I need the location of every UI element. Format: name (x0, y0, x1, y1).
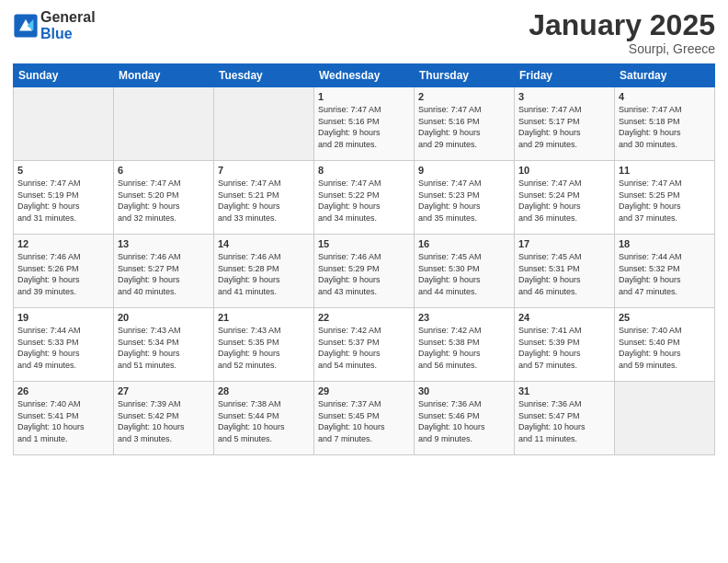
day-number: 14 (218, 238, 310, 249)
day-number: 5 (17, 165, 109, 176)
day-number: 6 (118, 165, 210, 176)
day-info: Sunrise: 7:40 AM Sunset: 5:41 PM Dayligh… (17, 398, 109, 444)
day-number: 27 (118, 385, 210, 396)
calendar-cell-w1-d3 (214, 87, 314, 161)
day-number: 31 (518, 385, 610, 396)
calendar-cell-w4-d6: 24Sunrise: 7:41 AM Sunset: 5:39 PM Dayli… (515, 308, 615, 382)
calendar-cell-w3-d1: 12Sunrise: 7:46 AM Sunset: 5:26 PM Dayli… (14, 235, 114, 308)
calendar-cell-w4-d1: 19Sunrise: 7:44 AM Sunset: 5:33 PM Dayli… (14, 308, 114, 382)
day-info: Sunrise: 7:37 AM Sunset: 5:45 PM Dayligh… (318, 398, 410, 444)
calendar-cell-w5-d2: 27Sunrise: 7:39 AM Sunset: 5:42 PM Dayli… (114, 382, 214, 455)
col-wednesday: Wednesday (314, 64, 415, 87)
page-container: General Blue January 2025 Sourpi, Greece… (0, 0, 728, 563)
day-info: Sunrise: 7:42 AM Sunset: 5:38 PM Dayligh… (418, 325, 510, 371)
day-number: 26 (17, 385, 109, 396)
col-tuesday: Tuesday (214, 64, 314, 87)
calendar-cell-w1-d5: 2Sunrise: 7:47 AM Sunset: 5:16 PM Daylig… (415, 87, 515, 161)
calendar-cell-w3-d7: 18Sunrise: 7:44 AM Sunset: 5:32 PM Dayli… (615, 235, 715, 308)
calendar-cell-w2-d5: 9Sunrise: 7:47 AM Sunset: 5:23 PM Daylig… (415, 161, 515, 235)
logo-general-text: General (40, 9, 96, 26)
day-info: Sunrise: 7:47 AM Sunset: 5:16 PM Dayligh… (318, 104, 410, 150)
day-number: 15 (318, 238, 410, 249)
day-info: Sunrise: 7:40 AM Sunset: 5:40 PM Dayligh… (619, 325, 711, 371)
logo: General Blue (13, 9, 96, 42)
page-header: General Blue January 2025 Sourpi, Greece (13, 9, 715, 56)
month-title: January 2025 (529, 9, 715, 41)
calendar-table: Sunday Monday Tuesday Wednesday Thursday… (13, 63, 715, 455)
calendar-week-4: 19Sunrise: 7:44 AM Sunset: 5:33 PM Dayli… (14, 308, 715, 382)
calendar-week-2: 5Sunrise: 7:47 AM Sunset: 5:19 PM Daylig… (14, 161, 715, 235)
calendar-cell-w5-d6: 31Sunrise: 7:36 AM Sunset: 5:47 PM Dayli… (515, 382, 615, 455)
day-info: Sunrise: 7:42 AM Sunset: 5:37 PM Dayligh… (318, 325, 410, 371)
calendar-header-row: Sunday Monday Tuesday Wednesday Thursday… (14, 64, 715, 87)
col-friday: Friday (515, 64, 615, 87)
day-info: Sunrise: 7:47 AM Sunset: 5:20 PM Dayligh… (118, 178, 210, 224)
calendar-cell-w5-d5: 30Sunrise: 7:36 AM Sunset: 5:46 PM Dayli… (415, 382, 515, 455)
calendar-cell-w4-d7: 25Sunrise: 7:40 AM Sunset: 5:40 PM Dayli… (615, 308, 715, 382)
day-number: 29 (318, 385, 410, 396)
day-info: Sunrise: 7:47 AM Sunset: 5:16 PM Dayligh… (418, 104, 510, 150)
day-info: Sunrise: 7:39 AM Sunset: 5:42 PM Dayligh… (118, 398, 210, 444)
day-number: 28 (218, 385, 310, 396)
calendar-cell-w2-d1: 5Sunrise: 7:47 AM Sunset: 5:19 PM Daylig… (14, 161, 114, 235)
day-info: Sunrise: 7:38 AM Sunset: 5:44 PM Dayligh… (218, 398, 310, 444)
calendar-cell-w1-d2 (114, 87, 214, 161)
calendar-cell-w4-d5: 23Sunrise: 7:42 AM Sunset: 5:38 PM Dayli… (415, 308, 515, 382)
day-info: Sunrise: 7:47 AM Sunset: 5:22 PM Dayligh… (318, 178, 410, 224)
title-block: January 2025 Sourpi, Greece (529, 9, 715, 56)
day-number: 30 (418, 385, 510, 396)
calendar-cell-w2-d7: 11Sunrise: 7:47 AM Sunset: 5:25 PM Dayli… (615, 161, 715, 235)
calendar-cell-w2-d6: 10Sunrise: 7:47 AM Sunset: 5:24 PM Dayli… (515, 161, 615, 235)
day-info: Sunrise: 7:47 AM Sunset: 5:17 PM Dayligh… (518, 104, 610, 150)
day-info: Sunrise: 7:45 AM Sunset: 5:30 PM Dayligh… (418, 251, 510, 297)
day-info: Sunrise: 7:47 AM Sunset: 5:21 PM Dayligh… (218, 178, 310, 224)
day-info: Sunrise: 7:36 AM Sunset: 5:47 PM Dayligh… (518, 398, 610, 444)
calendar-cell-w5-d1: 26Sunrise: 7:40 AM Sunset: 5:41 PM Dayli… (14, 382, 114, 455)
location-subtitle: Sourpi, Greece (529, 41, 715, 56)
day-number: 2 (418, 91, 510, 102)
day-info: Sunrise: 7:43 AM Sunset: 5:34 PM Dayligh… (118, 325, 210, 371)
day-number: 23 (418, 312, 510, 323)
col-saturday: Saturday (615, 64, 715, 87)
calendar-cell-w4-d4: 22Sunrise: 7:42 AM Sunset: 5:37 PM Dayli… (314, 308, 415, 382)
calendar-cell-w2-d2: 6Sunrise: 7:47 AM Sunset: 5:20 PM Daylig… (114, 161, 214, 235)
col-monday: Monday (114, 64, 214, 87)
day-number: 21 (218, 312, 310, 323)
day-number: 11 (619, 165, 711, 176)
day-info: Sunrise: 7:41 AM Sunset: 5:39 PM Dayligh… (518, 325, 610, 371)
calendar-cell-w3-d5: 16Sunrise: 7:45 AM Sunset: 5:30 PM Dayli… (415, 235, 515, 308)
day-number: 9 (418, 165, 510, 176)
day-info: Sunrise: 7:47 AM Sunset: 5:23 PM Dayligh… (418, 178, 510, 224)
calendar-cell-w5-d4: 29Sunrise: 7:37 AM Sunset: 5:45 PM Dayli… (314, 382, 415, 455)
day-number: 3 (518, 91, 610, 102)
calendar-cell-w1-d6: 3Sunrise: 7:47 AM Sunset: 5:17 PM Daylig… (515, 87, 615, 161)
calendar-week-3: 12Sunrise: 7:46 AM Sunset: 5:26 PM Dayli… (14, 235, 715, 308)
day-info: Sunrise: 7:47 AM Sunset: 5:24 PM Dayligh… (518, 178, 610, 224)
day-number: 12 (17, 238, 109, 249)
calendar-cell-w3-d2: 13Sunrise: 7:46 AM Sunset: 5:27 PM Dayli… (114, 235, 214, 308)
col-sunday: Sunday (14, 64, 114, 87)
day-info: Sunrise: 7:36 AM Sunset: 5:46 PM Dayligh… (418, 398, 510, 444)
day-info: Sunrise: 7:47 AM Sunset: 5:19 PM Dayligh… (17, 178, 109, 224)
logo-icon (13, 13, 39, 39)
day-info: Sunrise: 7:47 AM Sunset: 5:25 PM Dayligh… (619, 178, 711, 224)
day-number: 25 (619, 312, 711, 323)
day-number: 13 (118, 238, 210, 249)
calendar-week-1: 1Sunrise: 7:47 AM Sunset: 5:16 PM Daylig… (14, 87, 715, 161)
day-info: Sunrise: 7:46 AM Sunset: 5:29 PM Dayligh… (318, 251, 410, 297)
day-info: Sunrise: 7:46 AM Sunset: 5:28 PM Dayligh… (218, 251, 310, 297)
calendar-cell-w1-d1 (14, 87, 114, 161)
day-number: 1 (318, 91, 410, 102)
day-number: 16 (418, 238, 510, 249)
day-info: Sunrise: 7:46 AM Sunset: 5:27 PM Dayligh… (118, 251, 210, 297)
calendar-cell-w3-d4: 15Sunrise: 7:46 AM Sunset: 5:29 PM Dayli… (314, 235, 415, 308)
day-number: 10 (518, 165, 610, 176)
day-number: 24 (518, 312, 610, 323)
calendar-cell-w3-d6: 17Sunrise: 7:45 AM Sunset: 5:31 PM Dayli… (515, 235, 615, 308)
day-number: 18 (619, 238, 711, 249)
calendar-cell-w1-d7: 4Sunrise: 7:47 AM Sunset: 5:18 PM Daylig… (615, 87, 715, 161)
calendar-cell-w5-d7 (615, 382, 715, 455)
day-info: Sunrise: 7:47 AM Sunset: 5:18 PM Dayligh… (619, 104, 711, 150)
day-number: 17 (518, 238, 610, 249)
logo-blue-text: Blue (40, 26, 96, 42)
